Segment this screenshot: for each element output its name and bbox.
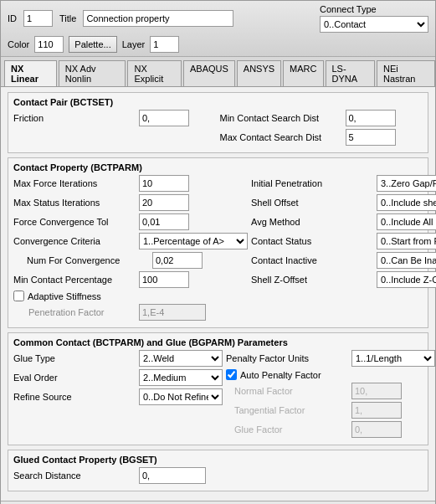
shell-zoffset-label: Shell Z-Offset	[251, 275, 377, 285]
min-search-label: Min Contact Search Dist	[220, 113, 346, 123]
friction-row: Friction	[13, 110, 217, 126]
glue-type-row: Glue Type 2..Weld 0..None	[13, 350, 223, 367]
avg-method-select[interactable]: 0..Include All Elements 1..Exclude	[377, 213, 436, 230]
max-search-input[interactable]	[346, 129, 396, 146]
title-input[interactable]	[83, 10, 233, 27]
tangential-factor-label: Tangential Factor	[226, 405, 351, 415]
tab-ls-dyna[interactable]: LS-DYNA	[326, 60, 375, 86]
num-conv-row: Num For Convergence	[13, 252, 248, 269]
contact-status-label: Contact Status	[251, 236, 377, 246]
shell-zoffset-row: Shell Z-Offset 0..Include Z-Offset 1..Ex…	[251, 271, 436, 288]
layer-input[interactable]	[150, 36, 179, 53]
num-conv-label: Num For Convergence	[27, 255, 152, 265]
adaptive-stiffness-label: Adaptive Stiffness	[28, 291, 101, 301]
contact-property-section: Contact Property (BCTPARM) Max Force Ite…	[8, 157, 428, 328]
connect-type-label: Connect Type	[320, 4, 428, 14]
contact-inactive-select[interactable]: 0..Can Be Inactive 1..Always Active	[377, 252, 436, 269]
friction-label: Friction	[13, 113, 139, 123]
shell-offset-select[interactable]: 0..Include shell thickness 1..Exclude	[377, 194, 436, 211]
tab-marc[interactable]: MARC	[283, 60, 323, 86]
contact-status-row: Contact Status 0..Start from Prev Subcas…	[251, 233, 436, 249]
min-search-row: Min Contact Search Dist	[220, 110, 423, 126]
initial-pen-row: Initial Penetration 3..Zero Gap/Penetrat…	[251, 175, 436, 192]
tab-nx-adv-nonlin[interactable]: NX Adv Nonlin	[59, 60, 126, 86]
eval-order-label: Eval Order	[13, 373, 139, 383]
penalty-units-row: Penalty Factor Units 1..1/Length 0..Forc…	[226, 350, 435, 367]
contact-inactive-row: Contact Inactive 0..Can Be Inactive 1..A…	[251, 252, 436, 269]
bottom-bar: Defaults Load... Save... Copy... OK Canc…	[1, 501, 435, 504]
tab-ansys[interactable]: ANSYS	[237, 60, 281, 86]
contact-pair-rows: Friction Min Contact Search Dist Max Con…	[13, 110, 423, 148]
refine-source-select[interactable]: 0..Do Not Refine 1..Refine	[139, 388, 223, 405]
penalty-units-label: Penalty Factor Units	[226, 353, 351, 363]
penalty-units-select[interactable]: 1..1/Length 0..Force/Length	[351, 350, 435, 367]
penetration-factor-label: Penetration Factor	[13, 307, 139, 317]
force-conv-row: Force Convergence Tol	[13, 213, 248, 230]
common-contact-label: Common Contact (BCTPARM) and Glue (BGPAR…	[13, 337, 423, 347]
max-status-row: Max Status Iterations	[13, 194, 248, 211]
contact-pair-label: Contact Pair (BCTSET)	[13, 97, 423, 107]
max-status-input[interactable]	[139, 194, 189, 211]
num-conv-input[interactable]	[152, 252, 203, 269]
contact-inactive-label: Contact Inactive	[251, 255, 377, 265]
auto-penalty-checkbox[interactable]	[226, 369, 237, 380]
palette-button[interactable]: Palette...	[69, 36, 116, 53]
tab-nx-explicit[interactable]: NX Explicit	[127, 60, 181, 86]
id-input[interactable]	[23, 10, 53, 27]
glue-factor-label: Glue Factor	[226, 424, 351, 435]
contact-status-select[interactable]: 0..Start from Prev Subcas 1..Reset	[377, 233, 436, 249]
search-distance-input[interactable]	[139, 467, 206, 484]
friction-input[interactable]	[139, 110, 189, 126]
conv-criteria-label: Convergence Criteria	[13, 236, 139, 246]
glue-type-select[interactable]: 2..Weld 0..None	[139, 350, 223, 367]
title-label: Title	[59, 13, 76, 23]
max-force-input[interactable]	[139, 175, 189, 192]
contact-property-left: Max Force Iterations Max Status Iteratio…	[13, 175, 248, 291]
auto-penalty-row: Auto Penalty Factor	[226, 369, 435, 380]
shell-zoffset-select[interactable]: 0..Include Z-Offset 1..Exclude	[377, 271, 436, 288]
min-contact-input[interactable]	[139, 271, 189, 288]
min-contact-label: Min Contact Percentage	[13, 275, 139, 285]
min-search-input[interactable]	[346, 110, 396, 126]
main-content: Contact Pair (BCTSET) Friction Min Conta…	[1, 87, 435, 501]
common-contact-left: Glue Type 2..Weld 0..None Eval Order 2..…	[13, 350, 223, 440]
initial-pen-select[interactable]: 3..Zero Gap/Penetration 0..None	[377, 175, 436, 192]
normal-factor-row: Normal Factor	[226, 383, 435, 399]
force-conv-label: Force Convergence Tol	[13, 217, 139, 227]
title-bar: ID Title Connect Type 0..Contact 1..Glue…	[1, 1, 435, 57]
search-distance-label: Search Distance	[13, 471, 139, 481]
tab-nx-linear[interactable]: NX Linear	[4, 60, 57, 86]
common-contact-right: Penalty Factor Units 1..1/Length 0..Forc…	[226, 350, 435, 440]
conv-criteria-select[interactable]: 1..Percentage of A> 0..Norm	[139, 233, 248, 249]
tab-abaqus[interactable]: ABAQUS	[183, 60, 235, 86]
max-search-row: Max Contact Search Dist	[220, 129, 423, 146]
max-search-label: Max Contact Search Dist	[220, 132, 346, 142]
tangential-factor-input[interactable]	[351, 402, 402, 419]
glue-factor-row: Glue Factor	[226, 421, 435, 438]
connect-type-select[interactable]: 0..Contact 1..Glue	[320, 16, 428, 33]
glue-factor-input[interactable]	[351, 421, 402, 438]
id-label: ID	[8, 13, 17, 23]
tab-nei-nastran[interactable]: NEi Nastran	[377, 60, 435, 86]
adaptive-stiffness-checkbox[interactable]	[13, 291, 24, 301]
min-contact-row: Min Contact Percentage	[13, 271, 248, 288]
color-label: Color	[8, 39, 29, 49]
color-input[interactable]	[34, 36, 64, 53]
layer-label: Layer	[122, 39, 146, 49]
eval-order-select[interactable]: 2..Medium 1..Coarse	[139, 369, 223, 386]
normal-factor-input[interactable]	[351, 383, 402, 399]
tabs-bar: NX Linear NX Adv Nonlin NX Explicit ABAQ…	[1, 57, 435, 87]
adaptive-stiffness-row: Adaptive Stiffness	[13, 291, 423, 301]
common-contact-rows: Glue Type 2..Weld 0..None Eval Order 2..…	[13, 350, 423, 440]
force-conv-input[interactable]	[139, 213, 189, 230]
avg-method-row: Avg Method 0..Include All Elements 1..Ex…	[251, 213, 436, 230]
max-force-label: Max Force Iterations	[13, 178, 139, 188]
contact-pair-section: Contact Pair (BCTSET) Friction Min Conta…	[8, 92, 428, 153]
shell-offset-label: Shell Offset	[251, 198, 377, 208]
contact-pair-left: Friction	[13, 110, 217, 148]
shell-offset-row: Shell Offset 0..Include shell thickness …	[251, 194, 436, 211]
refine-source-label: Refine Source	[13, 392, 139, 402]
contact-property-label: Contact Property (BCTPARM)	[13, 162, 423, 172]
penetration-factor-input[interactable]	[139, 304, 206, 321]
contact-property-right: Initial Penetration 3..Zero Gap/Penetrat…	[251, 175, 436, 291]
